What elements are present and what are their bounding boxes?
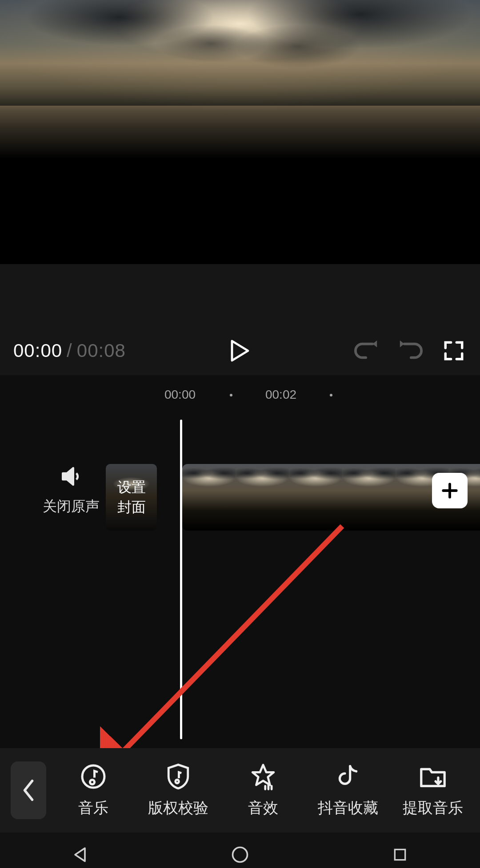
preview-glow [0, 106, 480, 159]
playback-controls: 00:00 / 00:08 [0, 264, 480, 375]
annotation-arrow [100, 519, 349, 748]
time-current: 00:00 [13, 340, 62, 361]
tool-music[interactable]: 音乐 [60, 762, 127, 818]
speaker-icon [40, 464, 102, 489]
playhead[interactable] [180, 420, 182, 739]
ruler-mark: 00:02 [265, 388, 296, 402]
set-cover-button[interactable]: 设置 封面 [106, 464, 157, 531]
add-clip-button[interactable] [432, 473, 468, 508]
mute-original-label: 关闭原声 [40, 497, 102, 516]
folder-import-icon [419, 762, 447, 791]
tool-douyin-favorites[interactable]: 抖音收藏 [315, 762, 381, 818]
tool-copyright-check[interactable]: 版权校验 [145, 762, 212, 818]
time-divider: / [67, 340, 72, 361]
star-bars-icon [249, 762, 277, 791]
fullscreen-button[interactable] [441, 338, 467, 364]
clip-thumb [182, 464, 236, 531]
time-total: 00:08 [77, 340, 126, 361]
douyin-icon [336, 762, 360, 791]
nav-home-button[interactable] [213, 841, 267, 868]
mute-original-button[interactable]: 关闭原声 [40, 464, 102, 516]
android-navbar [0, 832, 480, 868]
svg-point-2 [233, 848, 248, 862]
play-button[interactable] [227, 338, 253, 364]
triangle-left-icon [70, 845, 90, 864]
svg-rect-3 [395, 849, 405, 860]
toolbar-back-button[interactable] [11, 761, 46, 819]
time-display: 00:00 / 00:08 [13, 340, 126, 361]
square-icon [391, 846, 409, 864]
svg-line-0 [113, 526, 342, 748]
tool-label: 音效 [248, 798, 278, 818]
timeline-ruler: 00:00 00:02 [0, 388, 480, 410]
shield-music-icon [165, 762, 191, 791]
clip-thumb [236, 464, 289, 531]
set-cover-label: 设置 封面 [117, 477, 146, 517]
music-icon [80, 762, 107, 791]
tool-label: 抖音收藏 [318, 798, 378, 818]
clip-thumb [289, 464, 342, 531]
track-row: 关闭原声 设置 封面 [0, 464, 480, 548]
tool-label: 音乐 [78, 798, 108, 818]
ruler-dot [230, 394, 232, 396]
clip-thumb [342, 464, 396, 531]
chevron-left-icon [21, 779, 36, 802]
tool-sound-effect[interactable]: 音效 [230, 762, 296, 818]
ruler-dot [330, 394, 332, 396]
plus-icon [440, 481, 460, 500]
tool-label: 版权校验 [148, 798, 208, 818]
tool-extract-music[interactable]: 提取音乐 [400, 762, 466, 818]
tool-label: 提取音乐 [403, 798, 463, 818]
video-preview[interactable] [0, 0, 480, 264]
audio-toolbar: 音乐 版权校验 音效 抖音收藏 提取音乐 [0, 748, 480, 832]
ruler-mark: 00:00 [164, 388, 196, 402]
nav-back-button[interactable] [53, 841, 107, 868]
timeline[interactable]: 00:00 00:02 关闭原声 设置 封面 [0, 375, 480, 748]
nav-recent-button[interactable] [373, 841, 427, 868]
circle-icon [230, 845, 250, 864]
redo-button[interactable] [397, 338, 423, 364]
undo-button[interactable] [354, 338, 380, 364]
